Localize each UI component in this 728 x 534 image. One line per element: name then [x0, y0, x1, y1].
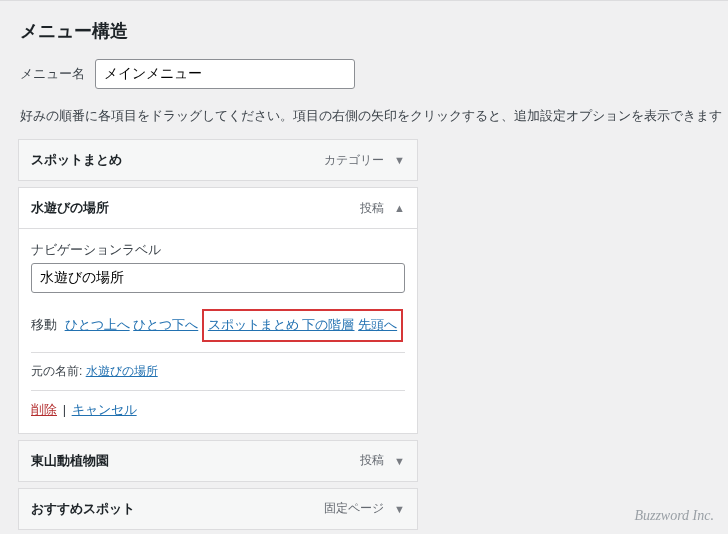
menu-name-input[interactable]: [95, 59, 355, 89]
menu-item-type: 投稿: [360, 452, 384, 469]
menu-item-title: 水遊びの場所: [31, 199, 360, 217]
chevron-down-icon[interactable]: ▼: [394, 455, 405, 467]
chevron-down-icon[interactable]: ▼: [394, 503, 405, 515]
action-separator: |: [63, 402, 66, 417]
original-label: 元の名前:: [31, 364, 82, 378]
menu-name-label: メニュー名: [20, 65, 85, 83]
watermark: Buzzword Inc.: [634, 508, 714, 524]
menu-item-type: 固定ページ: [324, 500, 384, 517]
menu-item-higashiyama[interactable]: 東山動植物園 投稿 ▼: [18, 440, 418, 482]
menu-item-type: 投稿: [360, 200, 384, 217]
page-title: メニュー構造: [20, 19, 708, 43]
divider: [31, 390, 405, 391]
move-down-link[interactable]: ひとつ下へ: [133, 317, 198, 332]
instructions-text: 好みの順番に各項目をドラッグしてください。項目の右側の矢印をクリックすると、追加…: [0, 103, 728, 139]
chevron-up-icon[interactable]: ▲: [394, 202, 405, 214]
highlight-box: スポットまとめ 下の階層 先頭へ: [202, 309, 403, 342]
nav-label-input[interactable]: [31, 263, 405, 293]
menu-item-osusume[interactable]: おすすめスポット 固定ページ ▼: [18, 488, 418, 530]
chevron-down-icon[interactable]: ▼: [394, 154, 405, 166]
menu-name-row: メニュー名: [0, 55, 728, 103]
move-up-link[interactable]: ひとつ上へ: [65, 317, 130, 332]
menu-item-title: おすすめスポット: [31, 500, 324, 518]
move-label: 移動: [31, 317, 57, 332]
move-under-parent-link[interactable]: スポットまとめ 下の階層: [208, 317, 355, 332]
menu-item-spot-matome[interactable]: スポットまとめ カテゴリー ▼: [18, 139, 418, 181]
menu-item-type: カテゴリー: [324, 152, 384, 169]
move-row: 移動 ひとつ上へ ひとつ下へ スポットまとめ 下の階層 先頭へ: [31, 309, 405, 342]
original-name-link[interactable]: 水遊びの場所: [86, 364, 158, 378]
menu-item-title: スポットまとめ: [31, 151, 324, 169]
menu-item-mizuasobi[interactable]: 水遊びの場所 投稿 ▲: [18, 187, 418, 229]
delete-link[interactable]: 削除: [31, 402, 57, 417]
cancel-link[interactable]: キャンセル: [72, 402, 137, 417]
menu-item-title: 東山動植物園: [31, 452, 360, 470]
move-to-top-link[interactable]: 先頭へ: [358, 317, 397, 332]
nav-label-label: ナビゲーションラベル: [31, 241, 405, 259]
menu-item-settings: ナビゲーションラベル 移動 ひとつ上へ ひとつ下へ スポットまとめ 下の階層 先…: [18, 229, 418, 434]
divider: [31, 352, 405, 353]
